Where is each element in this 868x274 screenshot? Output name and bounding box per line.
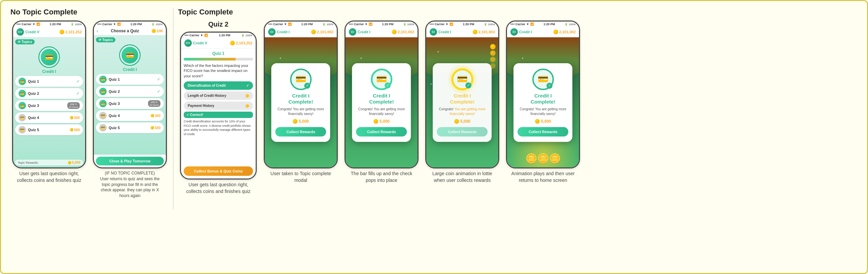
quiz-label-1-5: Quiz 5 [28, 128, 39, 132]
choose-quiz-1[interactable]: 💳 Quiz 1 ✓ [96, 74, 164, 85]
complete2-body: ✦ ✦ ✦ ✦ 💳 ✓ [345, 37, 417, 167]
quiz-item-left-1-1: 💳 Quiz 1 [19, 78, 39, 85]
collect-btn-quiz[interactable]: Collect Bonus & Quiz Coins [184, 166, 253, 176]
topic-hero-1: 💳 Credit I [15, 46, 83, 74]
quiz-progress-fill [184, 58, 236, 61]
time-4: 1:20 PM [301, 23, 313, 26]
choose-topics-header: ⟳ Topics [96, 37, 164, 42]
complete-check-1: ✓ [304, 83, 310, 89]
answer-coin-3 [246, 104, 249, 108]
complete-title-2: Credit IComplete! [356, 93, 407, 105]
app-name-3: Credit V [193, 41, 207, 45]
carrier-1: •••• Carrier ▼ 📶 [17, 23, 40, 26]
phone-complete2-col: •••• Carrier ▼ 📶 1:20 PM 🔋 100% CI Credi… [343, 21, 420, 183]
time-2: 1:20 PM [130, 23, 142, 26]
complete-coins-2: 5,000 [356, 119, 407, 124]
topic-hero-circle-1: 💳 [38, 46, 60, 68]
choose-body: ⟳ Topics 💳 Credit I [94, 35, 166, 155]
quiz-item-1-2[interactable]: 💳 Quiz 2 ✓ [15, 88, 83, 99]
quiz-item-1-1[interactable]: 💳 Quiz 1 ✓ [15, 76, 83, 87]
phone-quiz-col: Quiz 2 •••• Carrier ▼ 📶 1:20 PM 🔋 100% C… [178, 21, 259, 195]
star-13: ✦ [522, 57, 524, 60]
credit-card-icon-1: 💳 [45, 53, 54, 61]
answer-2[interactable]: Length of Credit History [184, 92, 253, 100]
logo-circle-7: CI [510, 28, 518, 36]
quiz-item-1-4[interactable]: 💳 Quiz 4 500 [15, 112, 83, 123]
coins-comp-val-1: 5,000 [299, 119, 309, 124]
app-name-4: Credit I [277, 30, 290, 34]
fc-2 [490, 50, 496, 56]
quiz-icon-1-5: 💳 [19, 126, 26, 134]
app-header-5: CI Credit I 2,101,002 [345, 27, 417, 37]
cq-left-5: 💳 Quiz 5 [99, 124, 120, 132]
coin-comp-2 [373, 119, 378, 124]
quiz-progress-bar [184, 58, 253, 61]
quiz-icon-1-1: 💳 [19, 78, 26, 85]
quiz-label-1-2: Quiz 2 [28, 92, 39, 96]
quiz-icon-1-3: 💳 [19, 102, 26, 109]
collect-rewards-btn-1[interactable]: Collect Rewards [275, 127, 326, 137]
complete-card-1: 💳 ✓ Credit IComplete! Congrats! You are … [271, 63, 330, 142]
choose-quiz-3[interactable]: 💳 Quiz 3 play in24 hours [96, 98, 164, 109]
choose-quiz-2[interactable]: 💳 Quiz 2 ✓ [96, 86, 164, 97]
status-bar-1: •••• Carrier ▼ 📶 1:20 PM 🔋 100% [13, 22, 85, 27]
coins-comp-val-3: 5,000 [460, 119, 470, 124]
carrier-6: •••• Carrier ▼ 📶 [430, 23, 453, 26]
time-1: 1:20 PM [50, 23, 61, 26]
complete-subtitle-4: Congrats! You are getting more financial… [518, 107, 568, 116]
battery-5: 🔋 100% [403, 23, 414, 26]
time-7: 1:20 PM [543, 23, 555, 26]
cq-label-1: Quiz 1 [108, 77, 120, 81]
quiz-label-1-4: Quiz 4 [28, 116, 39, 120]
rew-val-1: 5,000 [72, 161, 81, 164]
choose-quiz-4[interactable]: 💳 Quiz 4 300 [96, 110, 164, 121]
coin-icon-7 [553, 30, 558, 34]
topic-complete-section: Topic Complete Quiz 2 •••• Carrier ▼ 📶 1… [175, 8, 860, 195]
cq-label-2: Quiz 2 [108, 90, 120, 94]
app-logo-6: CI Credit I [430, 28, 451, 36]
topic-complete-screen-3: ✦ ✦ ✦ ✦ [426, 37, 498, 167]
cq-val-4: 300 [155, 114, 160, 118]
answer-1[interactable]: Diversification of Credit ✓ [184, 81, 253, 90]
cq-icon-3: 💳 [99, 100, 107, 107]
quiz-right-1-1: ✓ [76, 79, 80, 84]
complete-check-3: ✓ [465, 82, 471, 89]
quiz-item-left-1-4: 💳 Quiz 4 [19, 114, 39, 122]
phone-complete3-col: •••• Carrier ▼ 📶 1:20 PM 🔋 100% CI Credi… [424, 21, 501, 183]
coins-display-3: 2,103,252 [230, 41, 252, 45]
no-topic-title: No Topic Complete [10, 8, 168, 16]
status-bar-5: •••• Carrier ▼ 📶 1:20 PM 🔋 100% [345, 22, 417, 27]
quiz-item-1-5[interactable]: 💳 Quiz 5 500 [15, 125, 83, 135]
coins-display-1: 2,101,252 [60, 30, 82, 34]
cq-left-3: 💳 Quiz 3 [99, 100, 120, 107]
answer-3[interactable]: Payment History [184, 102, 253, 110]
back-arrow-icon[interactable]: ‹ [97, 28, 98, 34]
quiz-right-1-3: play in24 hours [67, 102, 80, 109]
collect-rewards-btn-4[interactable]: Collect Rewards [518, 127, 568, 137]
app-logo-7: CI Credit I [510, 28, 532, 36]
phone-complete4-frame: •••• Carrier ▼ 📶 1:20 PM 🔋 100% CI Credi… [506, 21, 580, 168]
close-play-btn[interactable]: Close & Play Tomorrow [96, 157, 164, 165]
cq-left-1: 💳 Quiz 1 [99, 76, 120, 83]
status-bar-4: •••• Carrier ▼ 📶 1:20 PM 🔋 100% [265, 22, 337, 27]
phone-complete2-frame: •••• Carrier ▼ 📶 1:20 PM 🔋 100% CI Credi… [344, 21, 418, 168]
correct-banner: ✓ Correct! [184, 112, 253, 118]
coins-comp-val-2: 5,000 [379, 119, 390, 124]
cq-coin-5 [151, 126, 154, 130]
quiz-label-1-1: Quiz 1 [28, 79, 39, 83]
collect-rewards-btn-2[interactable]: Collect Rewards [356, 127, 407, 137]
quiz-item-left-1-5: 💳 Quiz 5 [19, 126, 39, 134]
topic-complete-screen-4: ✦ ✦ ✦ ✦ 🪙🪙🪙 💳 [507, 37, 579, 167]
quiz2-label: Quiz 2 [208, 21, 228, 28]
quiz-item-1-3[interactable]: 💳 Quiz 3 play in24 hours [15, 100, 83, 111]
phone-complete4-col: •••• Carrier ▼ 📶 1:20 PM 🔋 100% CI Credi… [504, 21, 582, 183]
quiz-icon-1-2: 💳 [19, 90, 26, 97]
choose-quiz-list: 💳 Quiz 1 ✓ 💳 Quiz 2 [96, 74, 164, 152]
coins-value-1: 2,101,252 [65, 30, 82, 34]
answer-label-1: Diversification of Credit [188, 84, 226, 88]
choose-quiz-5[interactable]: 💳 Quiz 5 500 [96, 123, 164, 133]
collect-rewards-btn-3[interactable]: Collect Rewards [437, 127, 488, 137]
phone-complete3-frame: •••• Carrier ▼ 📶 1:20 PM 🔋 100% CI Credi… [425, 21, 499, 168]
battery-1: 🔋 100% [71, 23, 82, 26]
time-6: 1:20 PM [463, 23, 474, 26]
